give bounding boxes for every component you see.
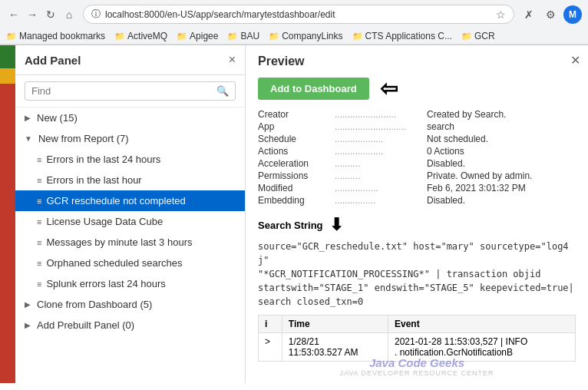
folder-icon: 📁 [461, 31, 472, 41]
meta-key: Acceleration [258, 158, 335, 169]
new-from-report-label: New from Report (7) [38, 133, 236, 144]
bookmarks-bar: 📁 Managed bookmarks 📁 ActiveMQ 📁 Apigee … [0, 28, 588, 45]
folder-icon: 📁 [6, 31, 17, 41]
add-to-dashboard-button[interactable]: Add to Dashboard [258, 78, 369, 100]
bookmark-label: GCR [474, 31, 495, 41]
search-string-section: Search String ⬇ source="GCR_reschedule.t… [258, 215, 576, 309]
address-bar[interactable]: ⓘ localhost:8000/en-US/app/search/maryte… [83, 5, 514, 24]
panel-list: ▶ New (15) ▼ New from Report (7) ≡ Error… [15, 107, 245, 383]
meta-key: Actions [258, 146, 335, 157]
meta-val: Private. Owned by admin. [427, 170, 532, 181]
bookmark-companylinks[interactable]: 📁 CompanyLinks [269, 31, 342, 41]
down-arrow-icon: ⬇ [329, 215, 343, 235]
browser-toolbar: ← → ↻ ⌂ ⓘ localhost:8000/en-US/app/searc… [0, 0, 588, 28]
add-prebuilt-header[interactable]: ▶ Add Prebuilt Panel (0) [15, 315, 245, 335]
meta-dots: ................. [335, 183, 427, 193]
list-item-orphaned[interactable]: ≡ Orphaned scheduled searches [15, 253, 245, 273]
folder-icon: 📁 [352, 31, 363, 41]
search-input[interactable] [31, 85, 212, 97]
list-item-splunk-errors[interactable]: ≡ Splunk errors last 24 hours [15, 273, 245, 294]
search-string-code: source="GCR_reschedule.txt" host="mary" … [258, 240, 576, 309]
search-box[interactable]: 🔍 [25, 81, 236, 101]
list-item-label: Splunk errors last 24 hours [46, 278, 236, 289]
list-item-label: Orphaned scheduled searches [46, 257, 236, 269]
list-item-errors-24h[interactable]: ≡ Errors in the last 24 hours [15, 149, 245, 170]
meta-key: Embedding [258, 195, 335, 206]
bookmark-activemq[interactable]: 📁 ActiveMQ [114, 31, 167, 41]
nav-icons: ← → ↻ ⌂ [6, 7, 77, 22]
list-item-label: License Usage Data Cube [46, 216, 236, 227]
meta-val: Created by Search. [427, 109, 506, 120]
new-section-label: New (15) [37, 112, 236, 124]
folder-icon: 📁 [269, 31, 279, 41]
folder-icon: 📁 [227, 31, 238, 41]
chevron-right-icon: ▶ [25, 300, 31, 309]
list-item-messages-minute[interactable]: ≡ Messages by minute last 3 hours [15, 232, 245, 253]
time-cell: 1/28/21 11:53:03.527 AM [282, 333, 388, 362]
expand-cell[interactable]: > [259, 333, 282, 362]
event-cell: 2021-01-28 11:53:03,527 | INFO . notific… [388, 333, 575, 362]
meta-key: Permissions [258, 170, 335, 181]
bookmark-managed[interactable]: 📁 Managed bookmarks [6, 31, 105, 41]
extension-x-icon[interactable]: ✗ [520, 6, 537, 23]
bookmark-apigee[interactable]: 📁 Apigee [177, 31, 218, 41]
meta-row-embedding: Embedding ................ Disabled. [258, 195, 576, 206]
meta-row-app: App ............................ search [258, 121, 576, 132]
bookmark-gcr[interactable]: 📁 GCR [461, 31, 495, 41]
bookmark-label: CompanyLinks [282, 31, 342, 41]
meta-row-schedule: Schedule ................... Not schedul… [258, 134, 576, 144]
list-item-icon: ≡ [37, 279, 41, 289]
meta-val: Not scheduled. [427, 134, 488, 144]
new-from-report-header[interactable]: ▼ New from Report (7) [15, 128, 245, 149]
bookmark-label: ActiveMQ [127, 31, 167, 41]
arrow-left-icon: ⇦ [380, 76, 398, 101]
meta-dots: .......... [335, 158, 427, 169]
bookmark-star-icon[interactable]: ☆ [496, 8, 506, 21]
bookmark-bau[interactable]: 📁 BAU [227, 31, 259, 41]
list-item-icon: ≡ [37, 155, 41, 164]
panel-search-area: 🔍 [15, 75, 245, 107]
meta-val: 0 Actions [427, 146, 464, 157]
meta-row-permissions: Permissions .......... Private. Owned by… [258, 170, 576, 181]
watermark-line2: JAVA DEVELOPER RESOURCE CENTER [339, 369, 494, 377]
new-section-header[interactable]: ▶ New (15) [15, 107, 245, 128]
list-item-label: GCR reschedule not completed [46, 195, 236, 207]
bookmark-label: CTS Applications C... [365, 31, 452, 41]
chevron-down-icon: ▼ [25, 134, 32, 143]
folder-icon: 📁 [177, 31, 187, 41]
url-text: localhost:8000/en-US/app/search/marytest… [105, 9, 491, 20]
list-item-icon: ≡ [37, 197, 41, 206]
meta-dots: ................ [335, 195, 427, 206]
col-header-event: Event [388, 316, 575, 333]
search-icon: 🔍 [216, 85, 229, 97]
back-button[interactable]: ← [6, 7, 21, 22]
meta-val: Disabled. [427, 195, 465, 206]
meta-key: Schedule [258, 134, 335, 144]
meta-key: Modified [258, 183, 335, 193]
meta-dots: ................... [335, 146, 427, 157]
panel-close-button[interactable]: × [229, 53, 236, 67]
profile-button[interactable]: M [563, 5, 582, 24]
col-header-time: Time [282, 316, 388, 333]
panel-header: Add Panel × [15, 45, 245, 75]
list-item-icon: ≡ [37, 238, 41, 247]
table-row: > 1/28/21 11:53:03.527 AM 2021-01-28 11:… [259, 333, 576, 362]
puzzle-icon[interactable]: ⚙ [542, 6, 559, 23]
list-item-errors-1h[interactable]: ≡ Errors in the last hour [15, 170, 245, 190]
preview-area: ✕ Preview Add to Dashboard ⇦ Creator ...… [246, 45, 588, 383]
clone-dashboard-header[interactable]: ▶ Clone from Dashboard (5) [15, 294, 245, 315]
extension-icons: ✗ ⚙ M [520, 5, 582, 24]
list-item-license-usage[interactable]: ≡ License Usage Data Cube [15, 211, 245, 232]
meta-val: Disabled. [427, 158, 465, 169]
search-string-label: Search String ⬇ [258, 215, 576, 235]
list-item-label: Messages by minute last 3 hours [46, 236, 236, 248]
home-button[interactable]: ⌂ [61, 7, 77, 22]
reload-button[interactable]: ↻ [43, 7, 58, 22]
chevron-right-icon: ▶ [25, 321, 31, 329]
forward-button[interactable]: → [25, 7, 40, 22]
close-preview-button[interactable]: ✕ [570, 53, 580, 68]
meta-row-actions: Actions ................... 0 Actions [258, 146, 576, 157]
add-prebuilt-label: Add Prebuilt Panel (0) [37, 319, 236, 331]
bookmark-cts[interactable]: 📁 CTS Applications C... [352, 31, 452, 41]
list-item-gcr-reschedule[interactable]: ≡ GCR reschedule not completed [15, 190, 245, 211]
